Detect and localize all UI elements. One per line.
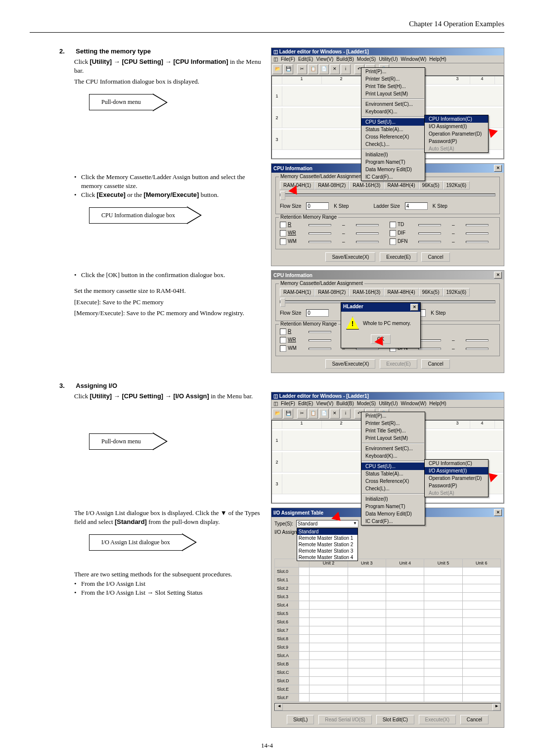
sec3-num: 3. xyxy=(59,382,74,389)
sec3-b2: From the I/O Assign List → Slot Setting … xyxy=(74,588,261,597)
window-titlebar: ◫ Ladder editor for Windows - [Ladder1] xyxy=(271,48,504,55)
close-icon[interactable]: ✕ xyxy=(410,304,418,311)
menu-io-assignment: I/O Assignment(I) xyxy=(425,467,488,474)
types-dropdown[interactable]: Standard Remote Master Station 1 Remote … xyxy=(297,528,358,561)
callout-pulldown-2: Pull-down menu xyxy=(89,432,261,450)
sec3-b1: From the I/O Assign List xyxy=(74,579,261,588)
sec3-p3: There are two setting methods for the su… xyxy=(74,570,261,579)
utility-menu-2[interactable]: Print(P)... Printer Set(R)... Print Titl… xyxy=(361,412,425,525)
callout-pulldown-1: Pull-down menu xyxy=(89,94,261,111)
cpu-set-submenu-2[interactable]: CPU Information(C) I/O Assignment(I) Ope… xyxy=(424,459,489,497)
sec3-p1: Click [Utility] → [CPU Setting] → [I/O A… xyxy=(74,392,261,401)
execute-button[interactable]: Execute(X) xyxy=(419,715,456,724)
sec2-p1: Click [Utility] → [CPU Setting] → [CPU I… xyxy=(74,57,261,75)
execute-button[interactable]: Execute(E) xyxy=(380,252,417,262)
utility-menu[interactable]: Print(P)... Printer Set(R)... Print Titl… xyxy=(361,67,425,181)
ladder-window-2: ◫ Ladder editor for Windows - [Ladder1] … xyxy=(271,392,504,504)
close-icon[interactable]: ✕ xyxy=(494,272,502,279)
sec2-p4: [Execute]: Save to the PC memory xyxy=(74,298,261,307)
ladder-size-input[interactable]: 4 xyxy=(405,202,428,210)
save-execute-button[interactable]: Save/Execute(X) xyxy=(325,252,375,262)
sec2-title: Setting the memory type xyxy=(76,47,151,55)
sec3-title: Assigning I/O xyxy=(76,382,117,389)
menubar[interactable]: ◫ File(F) Edit(E) View(V) Build(B) Mode(… xyxy=(271,55,504,63)
chapter-header: Chapter 14 Operation Examples xyxy=(30,20,504,33)
warning-icon xyxy=(346,317,359,330)
sec2-b1: Click the Memory Cassette/Ladder Assign … xyxy=(74,173,261,190)
sec3-p2: The I/O Assign List dialogue box is disp… xyxy=(74,509,261,526)
sec2-p2: The CPU Information dialogue box is disp… xyxy=(74,77,261,86)
memory-cassette-buttons[interactable]: RAM-04H(1) RAM-08H(2) RAM-16H(3) RAM-48H… xyxy=(280,181,495,189)
cpu-info-dialog-2: CPU Information ✕ Memory Cassette/Ladder… xyxy=(271,270,504,373)
io-assignment-dialog: I/O Assignment Table ✕ Type(S): Standard… xyxy=(271,508,504,728)
read-serial-button[interactable]: Read Serial I/O(S) xyxy=(318,715,372,724)
memory-slider[interactable] xyxy=(280,193,495,196)
slot-edit-button[interactable]: Slot Edit(C) xyxy=(376,715,414,724)
ladder-window-1: ◫ Ladder editor for Windows - [Ladder1] … xyxy=(271,47,504,159)
callout-ioassign: I/O Assign List dialogue box xyxy=(89,533,261,551)
slot-button[interactable]: Slot(L) xyxy=(287,715,314,724)
cancel-button[interactable]: Cancel xyxy=(421,252,449,262)
page-number: 14-4 xyxy=(30,742,504,750)
io-assign-table[interactable]: Unit 2Unit 3Unit 4Unit 5Unit 6 Slot.0 Sl… xyxy=(274,559,501,702)
flow-size-input[interactable]: 0 xyxy=(306,202,329,210)
sec2-b2: Click [Execute] or the [Memory/Execute] … xyxy=(74,190,261,199)
ladder-grid: 1 2 1 2 3 Print(P)... Printer Set(R)... … xyxy=(271,76,504,159)
types-select[interactable]: Standard Standard Remote Master Station … xyxy=(296,520,358,527)
close-icon[interactable]: ✕ xyxy=(494,165,502,172)
callout-cpuinfo: CPU Information dialogue box xyxy=(89,206,261,224)
menu-cpu-information: CPU Information(C) xyxy=(425,115,488,123)
sec2-num: 2. xyxy=(59,47,74,55)
horizontal-scrollbar[interactable]: ◀▶ xyxy=(274,703,501,711)
close-icon[interactable]: ✕ xyxy=(494,509,502,516)
sec2-b3: Click the [OK] button in the confirmatio… xyxy=(74,271,261,280)
cpu-set-submenu[interactable]: CPU Information(C) I/O Assignment(I) Ope… xyxy=(424,115,489,153)
menu-cpu-set: CPU Set(U)... xyxy=(361,118,425,126)
menubar[interactable]: ◫ File(F)Edit(E)View(V)Build(B)Mode(S)Ut… xyxy=(271,400,504,408)
sec2-p3: Set the memory cassette size to RAM-04H. xyxy=(74,286,261,295)
sec2-p5: [Memory/Execute]: Save to the PC memory … xyxy=(74,309,261,318)
confirmation-modal: HLadder✕ Whole to PC memory. OK xyxy=(341,302,421,348)
cancel-button[interactable]: Cancel xyxy=(460,715,489,724)
